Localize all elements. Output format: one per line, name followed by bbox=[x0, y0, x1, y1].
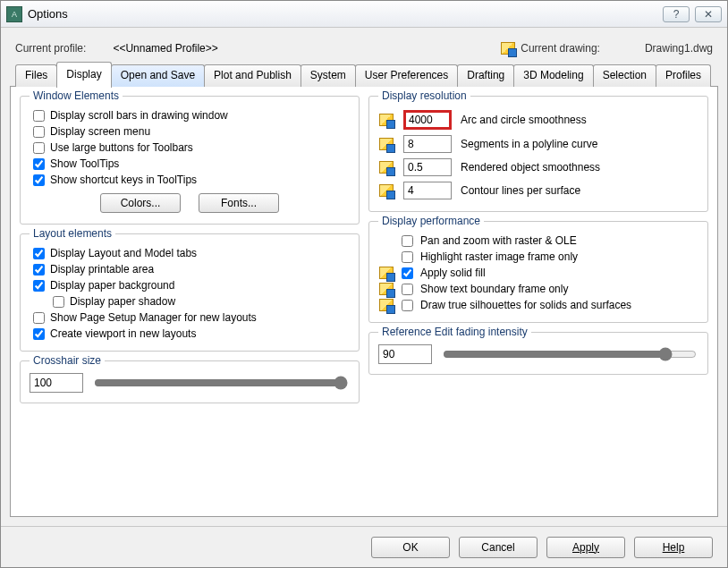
tab-open-and-save[interactable]: Open and Save bbox=[111, 64, 205, 87]
rendered-smoothness-label: Rendered object smoothness bbox=[461, 161, 698, 174]
tab-page-display: Window Elements Display scroll bars in d… bbox=[10, 86, 718, 517]
drawing-icon bbox=[379, 283, 394, 295]
colors-button[interactable]: Colors... bbox=[100, 193, 181, 213]
chk-create-viewport[interactable] bbox=[33, 328, 45, 340]
options-dialog: A Options ? ✕ Current profile: <<Unnamed… bbox=[0, 0, 728, 568]
group-layout-elements: Layout elements Display Layout and Model… bbox=[20, 233, 360, 352]
chk-scroll-bars[interactable] bbox=[33, 110, 45, 122]
titlebar: A Options ? ✕ bbox=[1, 1, 727, 28]
fonts-button[interactable]: Fonts... bbox=[199, 193, 279, 213]
footer-buttons: OK Cancel Apply Help bbox=[1, 526, 727, 567]
lbl-pan-zoom-raster: Pan and zoom with raster & OLE bbox=[420, 234, 577, 247]
arc-smoothness-input[interactable] bbox=[403, 110, 452, 130]
lbl-highlight-raster: Highlight raster image frame only bbox=[420, 250, 578, 263]
legend-window-elements: Window Elements bbox=[30, 89, 123, 102]
profile-row: Current profile: <<Unnamed Profile>> Cur… bbox=[15, 38, 713, 58]
ref-edit-fading-slider[interactable] bbox=[443, 345, 697, 363]
drawing-icon bbox=[501, 42, 515, 55]
drawing-icon bbox=[379, 267, 394, 279]
chk-page-setup-manager[interactable] bbox=[33, 312, 45, 324]
app-icon: A bbox=[6, 6, 22, 22]
legend-display-performance: Display performance bbox=[378, 215, 484, 227]
tab-selection[interactable]: Selection bbox=[593, 64, 656, 87]
lbl-scroll-bars: Display scroll bars in drawing window bbox=[50, 109, 228, 122]
chk-true-silhouettes[interactable] bbox=[402, 300, 413, 311]
crosshair-size-slider[interactable] bbox=[94, 374, 348, 392]
help-button-icon[interactable]: ? bbox=[663, 6, 690, 22]
chk-printable-area[interactable] bbox=[33, 264, 45, 276]
chk-text-boundary[interactable] bbox=[402, 284, 413, 295]
window-title: Options bbox=[28, 7, 663, 21]
lbl-shortcut-keys: Show shortcut keys in ToolTips bbox=[50, 174, 197, 186]
drawing-icon bbox=[379, 161, 394, 174]
help-button[interactable]: Help bbox=[634, 537, 713, 558]
client-area: Current profile: <<Unnamed Profile>> Cur… bbox=[1, 28, 727, 526]
tab-3d-modeling[interactable]: 3D Modeling bbox=[513, 64, 593, 87]
chk-large-buttons[interactable] bbox=[33, 142, 45, 154]
drawing-icon bbox=[379, 138, 394, 150]
rendered-smoothness-input[interactable] bbox=[403, 158, 452, 176]
chk-screen-menu[interactable] bbox=[33, 126, 45, 138]
chk-layout-model-tabs[interactable] bbox=[33, 248, 45, 259]
right-column: Display resolution Arc and circle smooth… bbox=[368, 96, 708, 507]
group-display-resolution: Display resolution Arc and circle smooth… bbox=[368, 96, 708, 212]
lbl-paper-background: Display paper background bbox=[50, 279, 174, 292]
group-window-elements: Window Elements Display scroll bars in d… bbox=[20, 96, 360, 225]
ref-edit-fading-input[interactable] bbox=[378, 344, 432, 364]
tab-files[interactable]: Files bbox=[15, 64, 57, 87]
group-crosshair-size: Crosshair size bbox=[20, 360, 360, 403]
tab-user-preferences[interactable]: User Preferences bbox=[355, 64, 458, 87]
lbl-apply-solid-fill: Apply solid fill bbox=[420, 267, 486, 279]
group-display-performance: Display performance Pan and zoom with ra… bbox=[368, 221, 708, 323]
legend-layout-elements: Layout elements bbox=[30, 227, 115, 240]
drawing-icon bbox=[379, 184, 394, 197]
lbl-true-silhouettes: Draw true silhouettes for solids and sur… bbox=[420, 299, 631, 311]
chk-paper-shadow[interactable] bbox=[53, 296, 64, 308]
tab-profiles[interactable]: Profiles bbox=[656, 64, 711, 87]
apply-button[interactable]: Apply bbox=[546, 537, 625, 558]
tab-drafting[interactable]: Drafting bbox=[457, 64, 514, 87]
group-ref-edit-fading: Reference Edit fading intensity bbox=[368, 332, 708, 375]
polyline-segments-input[interactable] bbox=[403, 135, 452, 153]
tab-system[interactable]: System bbox=[301, 64, 356, 87]
contour-lines-label: Contour lines per surface bbox=[461, 184, 698, 197]
crosshair-size-input[interactable] bbox=[30, 373, 83, 393]
chk-show-tooltips[interactable] bbox=[33, 158, 45, 170]
arc-smoothness-label: Arc and circle smoothness bbox=[461, 114, 698, 126]
contour-lines-input[interactable] bbox=[403, 182, 452, 199]
polyline-segments-label: Segments in a polyline curve bbox=[461, 138, 698, 150]
drawing-icon bbox=[379, 299, 394, 311]
lbl-text-boundary: Show text boundary frame only bbox=[420, 283, 568, 295]
tab-display[interactable]: Display bbox=[56, 62, 111, 88]
chk-highlight-raster[interactable] bbox=[402, 251, 413, 263]
cancel-button[interactable]: Cancel bbox=[459, 537, 538, 558]
lbl-create-viewport: Create viewport in new layouts bbox=[50, 327, 196, 340]
lbl-show-tooltips: Show ToolTips bbox=[50, 157, 119, 170]
current-drawing-label: Current drawing: bbox=[521, 42, 600, 55]
current-profile-value: <<Unnamed Profile>> bbox=[113, 42, 217, 55]
chk-shortcut-keys[interactable] bbox=[33, 174, 45, 186]
window-controls: ? ✕ bbox=[663, 6, 722, 22]
legend-crosshair-size: Crosshair size bbox=[30, 354, 105, 367]
chk-paper-background[interactable] bbox=[33, 280, 45, 292]
close-icon[interactable]: ✕ bbox=[695, 6, 722, 22]
ok-button[interactable]: OK bbox=[371, 537, 450, 558]
current-profile-label: Current profile: bbox=[15, 42, 86, 55]
lbl-paper-shadow: Display paper shadow bbox=[70, 295, 175, 308]
lbl-layout-model-tabs: Display Layout and Model tabs bbox=[50, 247, 197, 259]
drawing-icon bbox=[379, 114, 394, 126]
lbl-page-setup-manager: Show Page Setup Manager for new layouts bbox=[50, 311, 257, 324]
lbl-printable-area: Display printable area bbox=[50, 263, 154, 276]
tabstrip: Files Display Open and Save Plot and Pub… bbox=[10, 64, 718, 87]
current-drawing-value: Drawing1.dwg bbox=[645, 42, 713, 55]
legend-ref-edit-fading: Reference Edit fading intensity bbox=[378, 326, 531, 338]
lbl-screen-menu: Display screen menu bbox=[50, 125, 150, 138]
chk-pan-zoom-raster[interactable] bbox=[402, 235, 413, 247]
tab-plot-and-publish[interactable]: Plot and Publish bbox=[204, 64, 301, 87]
legend-display-resolution: Display resolution bbox=[378, 89, 470, 102]
chk-apply-solid-fill[interactable] bbox=[402, 267, 413, 279]
left-column: Window Elements Display scroll bars in d… bbox=[20, 96, 360, 507]
lbl-large-buttons: Use large buttons for Toolbars bbox=[50, 141, 193, 154]
